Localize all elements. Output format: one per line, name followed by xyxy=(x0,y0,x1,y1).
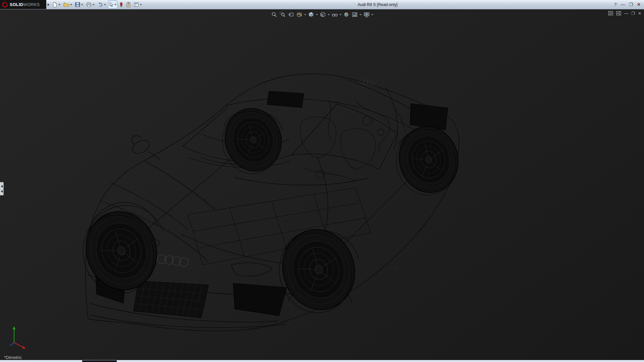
taskbar-sliver[interactable] xyxy=(0,360,644,362)
dassault-logo-icon xyxy=(2,2,8,8)
display-style-button[interactable] xyxy=(319,11,327,18)
heads-up-view-toolbar xyxy=(270,11,374,18)
display-style-icon xyxy=(320,12,326,17)
apply-scene-button[interactable] xyxy=(351,11,359,18)
close-button[interactable]: ✕ xyxy=(637,2,641,7)
collapse-arrow-icon xyxy=(1,185,3,188)
graphics-viewport[interactable]: — ❐ ✕ *Dimetric xyxy=(0,9,644,360)
undo-icon xyxy=(98,2,103,7)
edit-appearance-button[interactable] xyxy=(342,11,350,18)
print-button[interactable] xyxy=(85,0,96,9)
new-document-icon xyxy=(52,2,57,7)
previous-view-icon xyxy=(288,12,294,17)
main-toolbar xyxy=(49,0,143,9)
expand-left-pane-icon[interactable] xyxy=(608,11,613,15)
solidworks-app: { "window": { "brand_bold": "SOLID", "br… xyxy=(0,0,644,362)
eyeglasses-icon xyxy=(332,12,338,17)
maximize-button[interactable]: ❐ xyxy=(629,2,633,7)
view-settings-icon xyxy=(364,12,370,17)
select-button[interactable] xyxy=(108,0,117,9)
document-close-button[interactable]: ✕ xyxy=(638,11,641,15)
print-icon xyxy=(86,2,92,7)
display-style-dropdown-arrow[interactable] xyxy=(328,14,330,15)
titlebar: SOLIDWORKS xyxy=(0,0,644,9)
view-orientation-label: *Dimetric xyxy=(4,355,22,360)
hide-show-dropdown-arrow[interactable] xyxy=(339,14,341,15)
open-folder-icon xyxy=(63,2,69,7)
zoom-to-area-button[interactable] xyxy=(279,11,286,18)
apply-scene-dropdown-arrow[interactable] xyxy=(360,14,362,15)
minimize-button[interactable]: — xyxy=(621,2,625,7)
car-wireframe xyxy=(0,9,644,360)
appearance-icon xyxy=(119,2,123,7)
brand-text: SOLIDWORKS xyxy=(10,2,40,7)
open-dropdown-arrow[interactable] xyxy=(70,4,72,5)
new-dropdown-arrow[interactable] xyxy=(58,4,60,5)
taskbar-window-button[interactable] xyxy=(82,360,117,362)
undo-dropdown-arrow[interactable] xyxy=(104,4,106,5)
expand-right-pane-icon[interactable] xyxy=(616,11,621,15)
zoom-to-fit-button[interactable] xyxy=(270,11,278,18)
solidworks-logo[interactable]: SOLIDWORKS xyxy=(0,0,46,9)
select-cursor-icon xyxy=(109,2,113,7)
previous-view-button[interactable] xyxy=(287,11,295,18)
section-cube-icon xyxy=(297,12,302,17)
options-icon xyxy=(134,2,139,7)
view-orientation-dropdown-arrow[interactable] xyxy=(316,14,318,15)
view-orientation-button[interactable] xyxy=(307,11,315,18)
magnifier-area-icon xyxy=(280,12,285,17)
section-view-button[interactable] xyxy=(296,11,303,18)
color-sphere-icon xyxy=(343,12,349,17)
brand-light: WORKS xyxy=(23,2,40,7)
collapse-arrow-icon xyxy=(1,190,3,193)
section-view-dropdown-arrow[interactable] xyxy=(304,14,306,15)
featuremanager-splitter[interactable] xyxy=(0,182,4,195)
orientation-cube-icon xyxy=(308,12,314,17)
new-button[interactable] xyxy=(51,0,61,9)
options-dropdown-arrow[interactable] xyxy=(140,4,142,5)
hide-show-items-button[interactable] xyxy=(331,11,338,18)
titlebar-controls: ? — ❐ ✕ xyxy=(612,2,644,7)
clipboard-button[interactable] xyxy=(125,0,132,9)
document-restore-button[interactable]: ❐ xyxy=(631,11,635,15)
view-settings-button[interactable] xyxy=(363,11,370,18)
save-dropdown-arrow[interactable] xyxy=(81,4,83,5)
save-button[interactable] xyxy=(74,0,84,9)
options-button[interactable] xyxy=(133,0,143,9)
viewport-window-controls: — ❐ ✕ xyxy=(608,11,641,15)
reference-triad xyxy=(4,322,30,351)
magnifier-icon xyxy=(271,12,277,17)
open-button[interactable] xyxy=(62,0,73,9)
window-title: Audi R8 S [Read-only] xyxy=(143,2,612,7)
view-settings-dropdown-arrow[interactable] xyxy=(371,14,373,15)
undo-button[interactable] xyxy=(97,0,107,9)
help-button[interactable]: ? xyxy=(614,2,616,7)
clipboard-icon xyxy=(126,2,131,7)
save-icon xyxy=(75,2,80,7)
appearance-button[interactable] xyxy=(118,0,124,9)
scene-icon xyxy=(352,12,358,17)
brand-bold: SOLID xyxy=(10,2,23,7)
print-dropdown-arrow[interactable] xyxy=(93,4,95,5)
document-minimize-button[interactable]: — xyxy=(624,11,628,15)
select-dropdown-arrow[interactable] xyxy=(114,4,116,5)
